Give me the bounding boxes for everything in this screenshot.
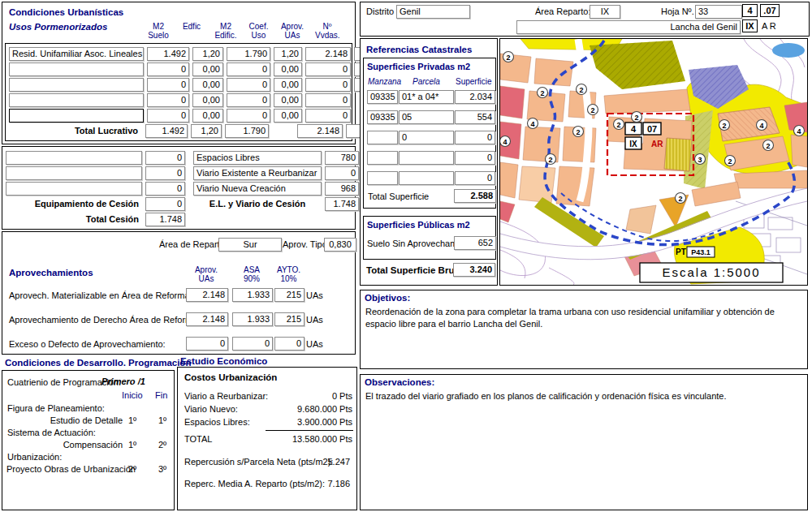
m2-suelo-field[interactable]: 1.492 [147,47,189,61]
aprov-tipo-field[interactable]: 0,830 [324,238,356,252]
map-code-ar: AR [651,140,663,148]
cesion-label-field[interactable] [6,166,142,180]
col-header-coef-uso: Coef.Uso [248,22,270,40]
parcela-field[interactable]: 0 [399,131,454,144]
manzana-field[interactable]: 09335 [367,90,398,104]
viario-existente-value[interactable]: 0 [325,166,359,180]
espacios-libres-field[interactable]: Espacios Libres [193,151,322,165]
aprov-derecho-v3[interactable]: 215 [274,312,304,326]
area-reparto-header-field[interactable]: IX [590,5,620,19]
parcela-field[interactable] [399,151,454,165]
viario-nuevo-value[interactable]: 9.680.000 Pts [263,404,352,414]
aprov-uas-field[interactable]: 0 [305,62,351,76]
observaciones-text[interactable]: El trazado del viario grafiado en los pl… [365,390,802,402]
cesion-value-field[interactable]: 0 [145,166,185,180]
manzana-field[interactable] [367,131,398,144]
superficie-field[interactable]: 0 [455,171,495,185]
parcela-field[interactable]: 05 [399,110,454,124]
hoja-num-field[interactable]: 33 [695,5,742,19]
total-m2-edific-field[interactable]: 1.790 [225,124,269,138]
total-superficie-value[interactable]: 2.588 [454,189,496,203]
code-box-4: 4 [742,4,758,17]
el-viario-cesion-value[interactable]: 1.748 [325,197,359,211]
aprov-derecho-v1[interactable]: 2.148 [186,312,228,326]
total-aprov-field[interactable]: 2.148 [297,124,343,138]
edfic-field[interactable]: 1,20 [192,47,223,61]
exceso-defecto-v3[interactable]: 0 [274,337,304,351]
coef-uso-field[interactable]: 0,00 [274,93,302,107]
uso-label-field[interactable] [9,62,144,76]
total-superficie-bruta-value[interactable]: 3.240 [453,263,495,277]
viario-nueva-value[interactable]: 968 [325,182,359,196]
cuatrienio-value[interactable]: Primero /1 [102,376,145,386]
viario-nueva-field[interactable]: Viario Nueva Creación [193,182,322,196]
espacios-libres-value[interactable]: 780 [325,151,359,165]
m2-suelo-field[interactable]: 0 [147,109,189,123]
suelo-sin-aprovecham-value[interactable]: 652 [454,236,496,250]
superficie-field[interactable]: 554 [455,110,495,124]
m2-edific-field[interactable]: 0 [227,93,270,107]
manzana-field[interactable]: 09335 [367,110,398,124]
repercusion-value[interactable]: 5.247 [308,457,350,467]
col-header-aprov-uas: Aprov.UAs [273,22,312,40]
parcela-field[interactable] [399,171,454,185]
area-de-reparto-field[interactable]: Sur [218,238,282,252]
parcela-field[interactable]: 01* a 04* [399,90,454,104]
aprov-materializable-v3[interactable]: 215 [274,288,304,302]
cesion-row: 0 Viario Nueva Creación 968 [6,182,355,195]
exceso-defecto-v1[interactable]: 0 [186,337,228,351]
aprov-uas-field[interactable]: 0 [305,109,351,123]
uso-label-field[interactable] [9,93,144,107]
superficie-field[interactable]: 2.034 [455,90,495,104]
uso-label-field[interactable] [9,78,144,92]
edfic-field[interactable]: 0,00 [192,109,223,123]
aprov-uas-field[interactable]: 0 [305,78,351,92]
viario-existente-field[interactable]: Viario Existente a Reurbanizar [193,166,322,180]
cesion-label-field[interactable] [6,182,142,196]
m2-suelo-field[interactable]: 0 [147,78,189,92]
m2-edific-field[interactable]: 1.790 [227,47,270,61]
edfic-field[interactable]: 0,00 [192,62,223,76]
aprov-materializable-v1[interactable]: 2.148 [186,288,228,302]
aprov-derecho-v2[interactable]: 1.933 [232,312,273,326]
aprov-uas-field[interactable]: 0 [305,93,351,107]
superficie-field[interactable]: 0 [455,151,495,165]
sistema-actuacion-label: Sistema de Actuación: [7,428,96,437]
nombre-ambito-field[interactable]: Lancha del Genil [516,20,741,34]
total-m2-suelo-field[interactable]: 1.492 [145,124,188,138]
coef-uso-field[interactable]: 0,00 [274,62,302,76]
distrito-field[interactable]: Genil [396,5,470,19]
total-edfic-field[interactable]: 1,20 [191,124,222,138]
cesion-row: 0 Espacios Libres 780 [6,151,355,164]
objetivos-text[interactable]: Reordenación de la zona para completar l… [365,306,802,330]
viario-reurbanizar-value[interactable]: 0 Pts [263,391,352,401]
aprov-materializable-v2[interactable]: 1.933 [232,288,273,302]
cesion-value-field[interactable]: 0 [145,182,185,196]
m2-edific-field[interactable]: 0 [227,109,270,123]
estudio-detalle-inicio: 1º [126,415,139,425]
reperc-media-value[interactable]: 7.186 [308,479,350,488]
edfic-field[interactable]: 0,00 [192,78,223,92]
manzana-field[interactable] [367,171,398,185]
uso-label-field[interactable]: Resid. Unifamiliar Asoc. Lineales [9,47,144,61]
superficie-field[interactable]: 0 [455,131,495,144]
panel-header: Distrito Genil Área Reparto: IX Hoja Nº.… [360,2,810,37]
equipamiento-cesion-value[interactable]: 0 [145,197,185,211]
cesion-label-field[interactable] [6,151,142,165]
manzana-field[interactable] [367,151,398,165]
aprov-uas-field[interactable]: 2.148 [305,47,351,61]
cesion-value-field[interactable]: 0 [145,151,185,165]
edfic-field[interactable]: 0,00 [192,93,223,107]
exceso-defecto-v2[interactable]: 0 [232,337,273,351]
m2-suelo-field[interactable]: 0 [147,62,189,76]
total-cesion-value[interactable]: 1.748 [145,213,185,226]
m2-edific-field[interactable]: 0 [227,78,270,92]
total-costos-value[interactable]: 13.580.000 Pts [263,434,352,444]
m2-edific-field[interactable]: 0 [227,62,270,76]
coef-uso-field[interactable]: 1,20 [274,47,302,61]
coef-uso-field[interactable]: 0,00 [274,78,302,92]
m2-suelo-field[interactable]: 0 [147,93,189,107]
coef-uso-field[interactable]: 0,00 [274,109,302,123]
uso-label-field[interactable] [9,109,144,123]
espacios-libres-costo-value[interactable]: 3.900.000 Pts [263,417,352,427]
